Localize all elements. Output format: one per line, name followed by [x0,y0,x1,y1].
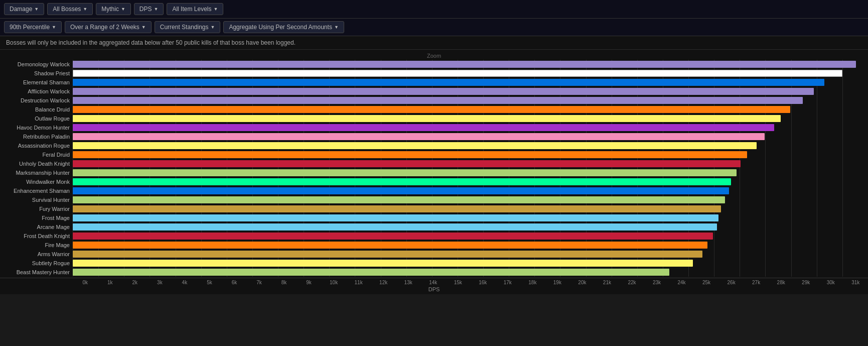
class-label: Havoc Demon Hunter [0,123,73,132]
dps-bar [73,160,741,167]
chevron-down-icon: ▼ [211,25,215,30]
x-tick-label: 16k [471,278,496,285]
class-label: Destruction Warlock [0,96,73,105]
bar-row[interactable] [73,123,868,132]
bar-row[interactable] [73,168,868,177]
chevron-down-icon: ▼ [213,7,218,12]
x-tick-label: 19k [545,278,570,285]
x-tick-label: 15k [446,278,471,285]
dps-bar [73,269,669,276]
class-label: Outlaw Rogue [0,114,73,123]
filter-btn-mythic[interactable]: Mythic▼ [96,3,131,15]
filter-btn-all-bosses[interactable]: All Bosses▼ [47,3,93,15]
bar-row[interactable] [73,232,868,241]
class-label: Frost Death Knight [0,232,73,241]
bar-row[interactable] [73,114,868,123]
x-tick-label: 6k [222,278,247,285]
chevron-down-icon: ▼ [83,7,87,12]
mythic-label: Mythic [101,6,119,13]
filter2-btn-range[interactable]: Over a Range of 2 Weeks▼ [65,21,152,33]
dps-bar [73,233,713,240]
class-label: Shadow Priest [0,69,73,78]
chevron-down-icon: ▼ [121,7,125,12]
x-tick-label: 8k [271,278,297,285]
bar-row[interactable] [73,105,868,114]
dps-bar [73,214,718,221]
filter-btn-all-item-levels[interactable]: All Item Levels▼ [167,3,223,15]
dps-bar [73,88,814,95]
chevron-down-icon: ▼ [334,25,339,30]
x-tick-label: 28k [769,278,794,285]
dps-bar [73,61,856,68]
dps-bar [73,151,747,158]
x-axis-label: DPS [0,285,868,294]
x-tick-label: 3k [148,278,173,285]
damage-label: Damage [10,6,32,13]
x-tick-label: 22k [620,278,645,285]
bar-row[interactable] [73,159,868,168]
dps-bar [73,178,731,185]
dps-bar [73,124,774,131]
bars-container [73,60,868,277]
all-item-levels-label: All Item Levels [172,6,211,13]
class-label: Balance Druid [0,105,73,114]
notice-bar: Bosses will only be included in the aggr… [0,36,868,50]
chevron-down-icon: ▼ [34,7,39,12]
bar-row[interactable] [73,250,868,259]
bar-row[interactable] [73,60,868,69]
bar-row[interactable] [73,213,868,222]
bar-row[interactable] [73,268,868,277]
filter2-btn-percentile[interactable]: 90th Percentile▼ [4,21,62,33]
bar-row[interactable] [73,132,868,141]
filter-btn-dps[interactable]: DPS▼ [134,3,164,15]
bars-area [73,60,868,277]
dps-bar [73,187,729,194]
chart-area: Zoom Demonology WarlockShadow PriestElem… [0,50,868,294]
bar-row[interactable] [73,69,868,78]
class-label: Retribution Paladin [0,132,73,141]
bar-row[interactable] [73,259,868,268]
class-label: Beast Mastery Hunter [0,268,73,277]
dps-bar [73,260,693,267]
dps-bar [73,133,765,140]
bar-row[interactable] [73,141,868,150]
x-axis: 0k1k2k3k4k5k6k7k8k9k10k11k12k13k14k15k16… [0,278,868,285]
class-label: Feral Druid [0,150,73,159]
class-label: Fire Mage [0,241,73,250]
x-tick-label: 14k [420,278,446,285]
dps-label: DPS [139,6,152,13]
bar-row[interactable] [73,222,868,232]
x-tick-label: 31k [843,278,868,285]
percentile-label2: 90th Percentile [10,24,50,31]
chevron-down-icon: ▼ [154,7,159,12]
aggregate-label2: Aggregate Using Per Second Amounts [229,24,332,31]
x-tick-label: 21k [595,278,620,285]
y-axis-labels: Demonology WarlockShadow PriestElemental… [0,60,73,277]
bar-row[interactable] [73,186,868,195]
bar-row[interactable] [73,150,868,159]
class-label: Arms Warrior [0,250,73,259]
range-label2: Over a Range of 2 Weeks [70,24,139,31]
bar-row[interactable] [73,204,868,213]
x-tick-label: 25k [694,278,719,285]
x-tick-label: 12k [371,278,396,285]
class-label: Marksmanship Hunter [0,168,73,177]
x-tick-label: 13k [396,278,421,285]
dps-bar [73,106,790,113]
dps-bar [73,70,842,77]
bar-row[interactable] [73,87,868,96]
filter-btn-damage[interactable]: Damage▼ [4,3,44,15]
x-tick-label: 24k [669,278,694,285]
x-tick-label: 26k [719,278,744,285]
filter2-btn-aggregate[interactable]: Aggregate Using Per Second Amounts▼ [223,21,344,33]
bar-row[interactable] [73,195,868,204]
dps-bar [73,115,781,122]
x-tick-label: 18k [520,278,545,285]
bar-row[interactable] [73,177,868,186]
bar-row[interactable] [73,78,868,87]
dps-bar [73,251,702,258]
dps-bar [73,97,803,104]
bar-row[interactable] [73,96,868,105]
filter2-btn-standings[interactable]: Current Standings▼ [155,21,221,33]
bar-row[interactable] [73,241,868,250]
